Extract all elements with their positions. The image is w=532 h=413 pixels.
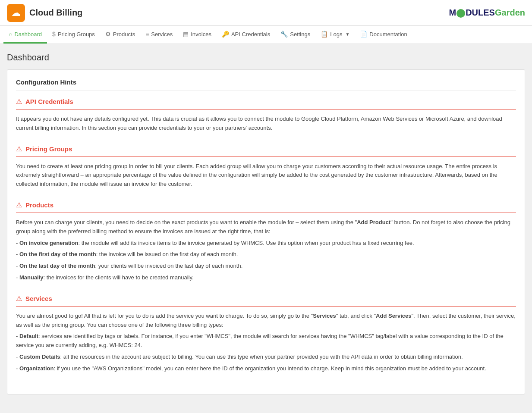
brand: MDULESGarden [449,8,526,18]
doc-icon: 📄 [360,31,367,38]
hint-services-text-1: - Default: services are identified by ta… [16,332,516,350]
card-title: Configuration Hints [16,78,516,91]
warning-icon-3: ⚠ [16,201,22,209]
nav-services[interactable]: ≡ Services [140,26,178,44]
warning-icon-4: ⚠ [16,294,22,303]
nav-settings[interactable]: 🔧 Settings [275,26,315,44]
warning-icon: ⚠ [16,97,22,106]
hint-products-text-2: - On the first day of the month: the inv… [16,250,516,259]
gear-icon: ⚙ [105,31,111,38]
hint-services: ⚠ Services You are almost good to go! Al… [16,294,516,373]
hint-products: ⚠ Products Before you can charge your cl… [16,201,516,282]
hint-services-title: Services [25,295,52,302]
invoice-icon: ▤ [183,31,189,38]
hint-products-text-4: - Manually: the invoices for the clients… [16,273,516,282]
list-icon: ≡ [145,31,149,38]
hint-pricing-groups-title: Pricing Groups [25,145,72,153]
nav-logs[interactable]: 📋 Logs ▼ [315,26,355,44]
header: ☁ Cloud Billing MDULESGarden [0,0,532,26]
page-content: Dashboard Configuration Hints ⚠ API Cred… [0,44,532,403]
hint-api-credentials-title: API Credentials [25,98,73,105]
hint-products-text-1: - On invoice generation: the module will… [16,239,516,248]
hint-services-text-2: - Custom Details: all the resources in t… [16,353,516,362]
app-name: Cloud Billing [29,8,82,18]
page-title: Dashboard [7,53,525,63]
nav-pricing-groups[interactable]: $ Pricing Groups [47,26,100,44]
brand-m: M [449,8,456,17]
hint-services-text-3: - Organization: if you use the "AWS Orga… [16,364,516,373]
nav-invoices[interactable]: ▤ Invoices [178,26,217,44]
nav-documentation[interactable]: 📄 Documentation [355,26,412,44]
logo: ☁ Cloud Billing [7,4,82,22]
hint-services-header: ⚠ Services [16,294,516,307]
hint-products-header: ⚠ Products [16,201,516,213]
brand-garden: Garden [495,8,525,17]
hint-services-text-0: You are almost good to go! All that is l… [16,312,516,330]
warning-icon-2: ⚠ [16,145,22,153]
nav-products[interactable]: ⚙ Products [100,26,140,44]
nav-dashboard[interactable]: ⌂ Dashboard [3,26,47,44]
logs-icon: 📋 [321,31,328,38]
home-icon: ⌂ [9,31,12,38]
brand-odules: DULES [466,8,495,17]
hint-pricing-groups-text: You need to create at least one pricing … [16,162,516,189]
hint-api-credentials: ⚠ API Credentials It appears you do not … [16,97,516,133]
hint-api-credentials-header: ⚠ API Credentials [16,97,516,110]
hint-api-credentials-text: It appears you do not have any details c… [16,115,516,133]
hint-products-title: Products [25,201,54,209]
key-icon: 🔑 [222,31,229,38]
hint-products-text-0: Before you can charge your clients, you … [16,218,516,236]
navigation: ⌂ Dashboard $ Pricing Groups ⚙ Products … [0,26,532,44]
logs-dropdown-icon: ▼ [345,32,349,37]
wrench-icon: 🔧 [280,31,288,38]
app-icon: ☁ [7,4,25,22]
hint-products-text-3: - On the last day of the month: your cli… [16,262,516,271]
hint-pricing-groups-header: ⚠ Pricing Groups [16,145,516,157]
dollar-icon: $ [52,31,56,38]
hint-pricing-groups: ⚠ Pricing Groups You need to create at l… [16,145,516,189]
config-hints-card: Configuration Hints ⚠ API Credentials It… [7,69,525,394]
nav-api-credentials[interactable]: 🔑 API Credentials [217,26,275,44]
